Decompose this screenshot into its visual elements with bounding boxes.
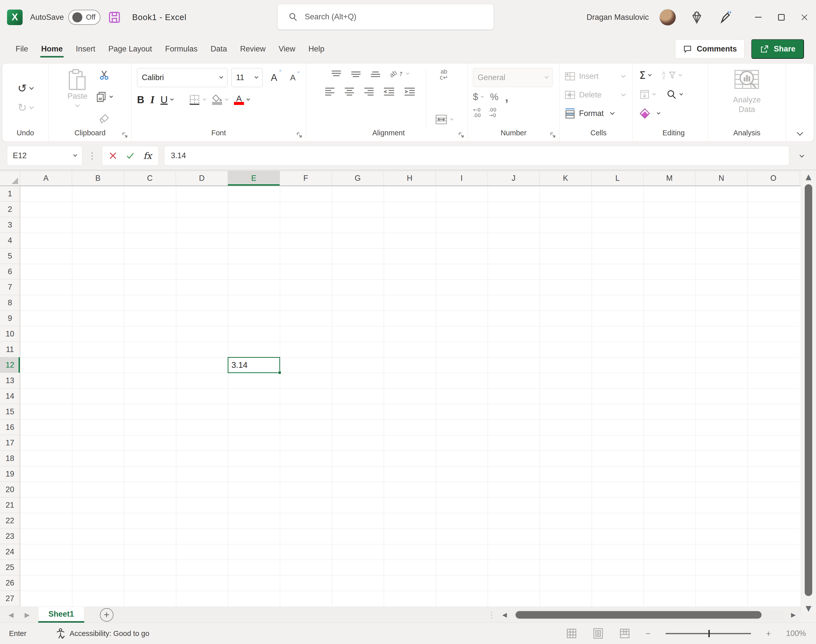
row-header-16[interactable]: 16 xyxy=(0,420,20,435)
cancel-icon[interactable] xyxy=(109,152,117,160)
column-header-J[interactable]: J xyxy=(488,171,540,186)
premium-diamond-icon[interactable] xyxy=(690,11,704,24)
fill-handle[interactable] xyxy=(278,371,282,374)
formula-input[interactable]: 3.14 xyxy=(164,146,789,166)
collapse-ribbon-chevron-icon[interactable] xyxy=(797,129,803,136)
tab-file[interactable]: File xyxy=(9,40,35,58)
row-header-14[interactable]: 14 xyxy=(0,388,20,404)
increase-font-size-button[interactable]: Aˆ xyxy=(266,72,282,83)
align-center-icon[interactable] xyxy=(344,87,355,96)
decrease-font-size-button[interactable]: Aˇ xyxy=(285,73,300,82)
align-right-icon[interactable] xyxy=(363,87,375,96)
tab-view[interactable]: View xyxy=(272,40,302,58)
row-header-26[interactable]: 26 xyxy=(0,575,20,591)
select-all-corner[interactable] xyxy=(0,171,20,186)
paste-button[interactable]: Paste xyxy=(67,67,87,129)
tab-split-handle[interactable]: ⋮ xyxy=(488,610,496,619)
column-header-I[interactable]: I xyxy=(436,171,488,186)
row-header-18[interactable]: 18 xyxy=(0,451,20,466)
align-left-icon[interactable] xyxy=(324,87,335,96)
autosave-control[interactable]: AutoSave Off xyxy=(30,10,100,25)
avatar[interactable] xyxy=(659,9,676,26)
horizontal-scrollbar[interactable] xyxy=(514,610,785,620)
vertical-scrollbar-thumb[interactable] xyxy=(805,184,812,596)
row-header-20[interactable]: 20 xyxy=(0,482,20,497)
search-input[interactable]: Search (Alt+Q) xyxy=(277,4,494,30)
alignment-dialog-launcher[interactable] xyxy=(458,132,465,138)
tab-data[interactable]: Data xyxy=(204,40,233,58)
expand-formula-bar-chevron-icon[interactable] xyxy=(795,153,809,158)
maximize-button[interactable] xyxy=(770,0,793,34)
increase-indent-icon[interactable] xyxy=(404,87,416,96)
zoom-slider[interactable] xyxy=(666,633,751,634)
name-box[interactable]: E12 xyxy=(7,146,82,166)
bold-button[interactable]: B xyxy=(137,94,144,106)
horizontal-scrollbar-thumb[interactable] xyxy=(516,611,761,619)
find-select-button[interactable] xyxy=(666,89,683,100)
share-button[interactable]: Share xyxy=(751,39,804,59)
orientation-button[interactable]: ab ↗ xyxy=(390,70,409,78)
row-header-12[interactable]: 12 xyxy=(0,357,20,373)
format-cells-button[interactable]: Format xyxy=(565,104,632,123)
tab-insert[interactable]: Insert xyxy=(69,40,102,58)
row-header-27[interactable]: 27 xyxy=(0,591,20,606)
column-header-D[interactable]: D xyxy=(176,171,228,186)
font-color-button[interactable]: A xyxy=(234,94,250,105)
row-header-5[interactable]: 5 xyxy=(0,248,20,264)
row-header-22[interactable]: 22 xyxy=(0,513,20,529)
zoom-in-button[interactable]: + xyxy=(766,629,771,638)
clear-button[interactable] xyxy=(639,108,660,119)
fill-color-button[interactable] xyxy=(212,94,228,105)
column-header-K[interactable]: K xyxy=(540,171,592,186)
font-size-select[interactable]: 11 xyxy=(231,68,263,87)
row-header-1[interactable]: 1 xyxy=(0,186,20,202)
tab-home[interactable]: Home xyxy=(35,40,69,58)
new-sheet-button[interactable]: + xyxy=(100,608,113,622)
next-sheet-arrow-icon[interactable]: ▶ xyxy=(24,611,30,619)
column-header-M[interactable]: M xyxy=(643,171,695,186)
sort-filter-button[interactable]: AZ xyxy=(662,71,681,80)
decrease-decimal-button[interactable]: .00→0 xyxy=(488,107,496,118)
column-header-E[interactable]: E xyxy=(228,171,280,186)
row-header-24[interactable]: 24 xyxy=(0,544,20,560)
column-header-H[interactable]: H xyxy=(384,171,436,186)
align-bottom-icon[interactable] xyxy=(370,69,381,78)
column-header-F[interactable]: F xyxy=(280,171,332,186)
row-header-10[interactable]: 10 xyxy=(0,326,20,342)
close-button[interactable] xyxy=(793,0,816,34)
tab-formulas[interactable]: Formulas xyxy=(159,40,204,58)
previous-sheet-arrow-icon[interactable]: ◀ xyxy=(9,611,14,619)
row-header-7[interactable]: 7 xyxy=(0,279,20,295)
format-painter-button[interactable] xyxy=(99,113,110,124)
insert-function-button[interactable]: fx xyxy=(143,151,152,161)
decrease-indent-icon[interactable] xyxy=(383,87,395,96)
insert-cells-button[interactable]: Insert xyxy=(565,67,632,86)
clipboard-dialog-launcher[interactable] xyxy=(122,132,128,138)
zoom-slider-thumb[interactable] xyxy=(708,630,710,637)
column-header-G[interactable]: G xyxy=(332,171,384,186)
autosave-toggle[interactable]: Off xyxy=(68,10,100,25)
percent-style-button[interactable]: % xyxy=(490,92,499,103)
sheet-tab-sheet1[interactable]: Sheet1 xyxy=(38,607,84,623)
grid-cells[interactable] xyxy=(20,186,799,606)
italic-button[interactable]: I xyxy=(150,94,155,106)
font-name-select[interactable]: Calibri xyxy=(137,68,227,87)
number-dialog-launcher[interactable] xyxy=(550,132,556,138)
comments-button[interactable]: Comments xyxy=(675,39,745,59)
column-header-O[interactable]: O xyxy=(747,171,799,186)
underline-button[interactable]: U xyxy=(161,94,173,106)
row-header-21[interactable]: 21 xyxy=(0,497,20,513)
cut-button[interactable] xyxy=(99,69,110,81)
row-header-25[interactable]: 25 xyxy=(0,560,20,575)
merge-center-button[interactable] xyxy=(435,114,453,125)
comma-style-button[interactable]: , xyxy=(505,95,508,100)
scroll-down-arrow-icon[interactable]: ▼ xyxy=(801,604,816,613)
row-header-4[interactable]: 4 xyxy=(0,233,20,248)
column-header-N[interactable]: N xyxy=(695,171,747,186)
analyze-data-button[interactable]: Analyze Data xyxy=(733,67,761,129)
normal-view-icon[interactable] xyxy=(566,628,577,639)
column-header-C[interactable]: C xyxy=(124,171,176,186)
row-header-19[interactable]: 19 xyxy=(0,466,20,482)
borders-button[interactable] xyxy=(189,94,206,106)
fill-button[interactable] xyxy=(639,89,655,100)
